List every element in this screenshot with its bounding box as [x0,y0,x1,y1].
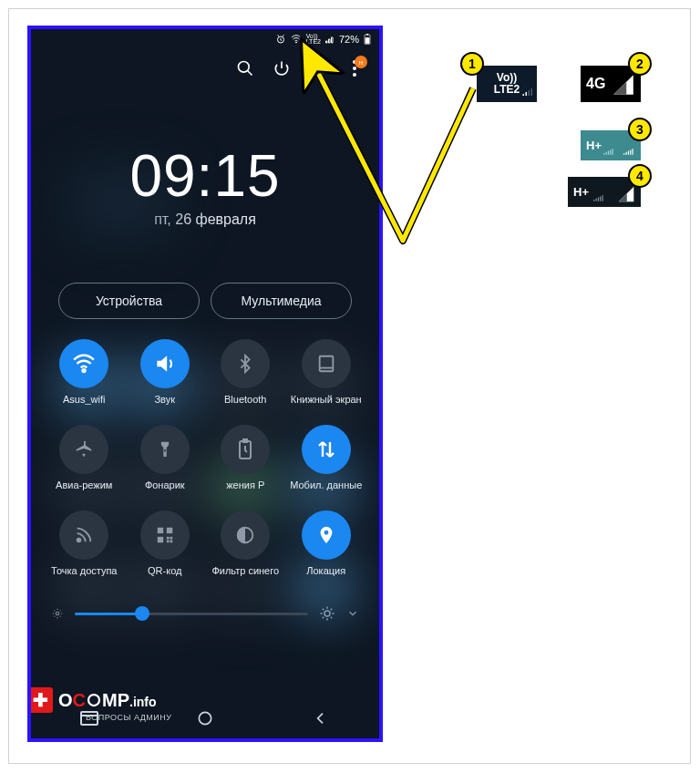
phone-screenshot: Vo)) LTE2 72% н 09:15 пт, 26 февраля Уст… [27,26,383,742]
nav-back-icon[interactable] [310,707,332,729]
media-pill[interactable]: Мультимедиа [211,283,352,319]
blue-filter-icon [221,510,270,560]
wm-part: .info [129,695,157,709]
callout-badge-4: 4 [628,164,652,188]
status-bar: Vo)) LTE2 72% [31,29,379,49]
callout-badge-1: 1 [460,52,484,76]
tile-label: Звук [154,394,175,417]
svg-rect-20 [170,541,172,543]
callout-text: H+ [573,185,589,199]
sound-icon [140,339,190,388]
hotspot-icon [59,510,108,560]
watermark-sub: ВОПРОСЫ АДМИНУ [86,713,172,722]
callout-box-1: Vo)) LTE2 [477,66,537,102]
svg-rect-17 [167,528,172,533]
tile-label: QR-код [148,565,181,589]
tile-label: Авиа-режим [56,479,112,503]
panel-top-actions: н [31,49,379,78]
wifi-icon [59,339,108,388]
tile-label: Точка доступа [51,565,117,589]
tile-qr[interactable]: QR-код [125,510,206,589]
battery-pct: 72% [339,34,359,45]
tile-label: Bluetooth [224,394,266,417]
clock-time: 09:15 [31,142,379,210]
svg-point-9 [353,73,356,77]
brightness-low-icon [51,607,64,620]
tile-flashlight[interactable]: Фонарик [125,425,206,503]
signal-bars-icon [520,87,533,98]
svg-rect-12 [164,449,166,452]
tile-airplane[interactable]: Авиа-режим [44,425,125,503]
svg-point-8 [353,67,356,70]
power-icon[interactable] [272,58,292,78]
wm-part: MP [102,690,129,710]
svg-rect-22 [170,537,172,540]
tile-label: Фонарик [145,479,185,503]
svg-point-10 [83,369,86,372]
svg-point-24 [324,531,328,535]
callout-text: 4G [586,76,605,92]
watermark: ✚ OCMP.info [27,687,157,713]
nav-home-icon[interactable] [194,707,216,729]
tile-label: Книжный экран [291,394,362,417]
svg-rect-4 [365,37,370,44]
wm-part: O [58,690,73,710]
svg-point-29 [88,695,99,706]
bluetooth-icon [221,339,270,388]
devices-pill[interactable]: Устройства [58,283,200,319]
wm-part: C [73,690,86,710]
tile-label: Мобил. данные [290,479,362,503]
signal-bars-icon [590,191,608,203]
tile-mobile-data[interactable]: Мобил. данные [286,425,367,503]
svg-rect-11 [319,356,333,372]
alarm-icon [275,34,286,45]
tile-label: жения Р [226,479,264,503]
svg-point-25 [56,612,59,615]
svg-rect-3 [366,34,368,35]
callout-badge-3: 3 [628,118,652,141]
watermark-ring-icon [86,692,102,708]
battery-app-icon [221,425,270,474]
tile-location[interactable]: Локация [286,510,367,589]
signal-triangle-icon [615,185,637,203]
callout-text: Vo)) LTE2 [494,72,520,95]
brightness-chevron-icon[interactable] [346,607,359,620]
panel-tabs: Устройства Мультимедиа [31,283,379,319]
more-icon[interactable]: н [345,58,365,78]
tile-battery-apps[interactable]: жения Р [205,425,286,503]
flashlight-icon [140,425,190,474]
svg-rect-21 [167,541,170,543]
tile-sound[interactable]: Звук [125,339,206,417]
svg-point-15 [77,539,81,542]
tile-blue-filter[interactable]: Фильтр синего [205,510,286,589]
svg-point-28 [199,712,211,724]
tile-label: Фильтр синего [211,565,279,589]
svg-rect-19 [167,537,170,540]
brightness-fill [75,613,142,615]
tile-wifi[interactable]: Asus_wifi [44,339,125,417]
brightness-thumb[interactable] [135,606,149,621]
tile-bluetooth[interactable]: Bluetooth [205,339,286,417]
signal-triangle-icon [612,73,635,97]
settings-icon[interactable] [308,58,328,78]
tile-book-screen[interactable]: Книжный экран [286,339,367,417]
svg-rect-18 [158,537,163,542]
tile-hotspot[interactable]: Точка доступа [44,510,125,589]
tile-label: Asus_wifi [63,394,105,417]
svg-point-1 [295,42,296,43]
brightness-slider[interactable] [75,613,308,615]
lte-status-icon: Vo)) LTE2 [306,34,321,45]
signal-bars-icon [601,144,617,157]
location-icon [302,510,351,560]
signal-icon [324,34,335,45]
quick-settings-grid: Asus_wifi Звук Bluetooth Книжный экран А… [31,319,379,589]
callout-text: H+ [586,139,602,152]
brightness-row [31,589,379,629]
svg-point-6 [316,67,321,71]
notification-badge: н [355,56,367,68]
svg-point-26 [324,611,330,616]
qr-icon [140,510,190,560]
svg-rect-16 [158,528,163,533]
outer-frame: Vo)) LTE2 72% н 09:15 пт, 26 февраля Уст… [8,8,691,764]
search-icon[interactable] [235,58,255,78]
